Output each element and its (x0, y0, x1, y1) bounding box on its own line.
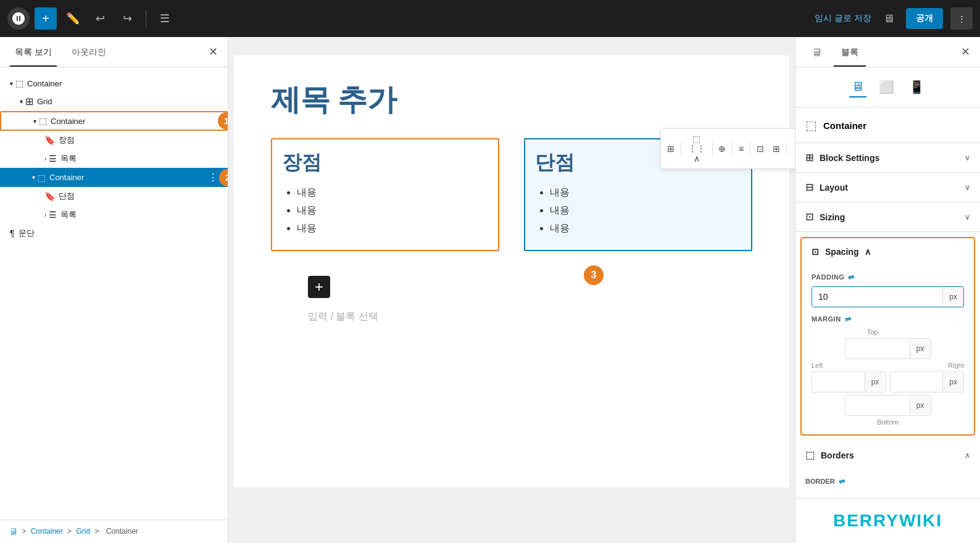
panel-spacing: ⊡ Spacing ∧ PADDING ⇌ px MARGIN ⇌ (800, 237, 975, 436)
more-options-button[interactable]: ⋮ (950, 7, 973, 30)
grid-icon: ⊞ (25, 96, 33, 107)
breadcrumb-link-container[interactable]: Container (31, 527, 63, 536)
add-block-toolbar-button[interactable]: + (35, 7, 57, 30)
tree-item-container-1[interactable]: ▾ ⬚ Container 1 (0, 111, 228, 131)
chevron-up-icon: ∧ (865, 247, 871, 257)
margin-right-label: Right (948, 362, 964, 369)
list-icon: ☰ (49, 154, 57, 164)
block-name-label: Container (823, 120, 866, 131)
tab-outline[interactable]: 아웃라인 (67, 37, 111, 67)
margin-top-input-group: px (845, 338, 931, 359)
left-sidebar: 목록 보기 아웃라인 ✕ ▾ ⬚ Container ▾ ⊞ Grid ▾ ⬚ … (0, 37, 228, 543)
block-outer-btn[interactable]: ⊡ (753, 141, 768, 156)
block-select-btn[interactable]: ⬚ ⋮⋮ ∧ (684, 131, 710, 166)
margin-left-unit: px (865, 373, 886, 391)
block-align-btn[interactable]: ≡ (735, 141, 747, 156)
tree-item-label: 목록 (60, 209, 218, 220)
page-title[interactable]: 제목 추가 (271, 80, 752, 120)
tab-list-view[interactable]: 목록 보기 (10, 37, 57, 67)
block-grid-icon-btn[interactable]: ⊞ (663, 141, 678, 156)
border-link-icon[interactable]: ⇌ (839, 477, 845, 486)
margin-bottom-input[interactable] (845, 396, 910, 415)
pros-list: 내용 내용 내용 (282, 186, 488, 235)
text-input-area[interactable]: 입력 / 블록 선택 (271, 298, 752, 336)
chevron-icon[interactable]: ▾ (32, 174, 35, 181)
tree-item-label: Container (27, 79, 218, 88)
bookmark-icon: 🔖 (44, 191, 55, 201)
list-item: 내용 (550, 222, 741, 235)
container-icon: ⬚ (39, 116, 47, 126)
chevron-icon[interactable]: ▾ (10, 80, 13, 87)
pencil-button[interactable]: ✏️ (62, 7, 84, 30)
tree-item-container-root[interactable]: ▾ ⬚ Container (0, 75, 228, 92)
block-inner-btn[interactable]: ⊞ (769, 141, 784, 156)
panel-spacing-label: Spacing (825, 247, 858, 257)
panel-layout-header[interactable]: ⊟ Layout ∨ (795, 173, 980, 202)
block-drag-btn[interactable]: ⊕ (715, 141, 729, 156)
wp-logo[interactable] (7, 7, 30, 30)
tree-item-jangjeom[interactable]: 🔖 장점 (0, 131, 228, 149)
margin-bottom-unit: px (910, 396, 931, 415)
badge-3: 3 (584, 265, 604, 285)
block-more-btn[interactable]: ⋮ (789, 141, 795, 156)
padding-input[interactable] (812, 287, 942, 307)
canvas-inner: 제목 추가 장점 내용 내용 내용 단점 (234, 56, 789, 487)
chevron-icon[interactable]: ▾ (20, 98, 23, 105)
chevron-icon[interactable]: ▾ (33, 118, 36, 125)
chevron-down-icon: ∨ (965, 154, 970, 162)
tab-block[interactable]: 블록 (834, 37, 866, 67)
desktop-icon[interactable]: 🖥 (849, 77, 866, 97)
container-icon: ⬚ (38, 173, 46, 183)
margin-top-label: Top (867, 328, 878, 336)
panel-sizing-header[interactable]: ⊡ Sizing ∨ (795, 202, 980, 231)
panel-borders-header[interactable]: ⬚ Borders ∧ (795, 441, 980, 470)
mobile-icon[interactable]: 📱 (907, 77, 927, 97)
redo-button[interactable]: ↪ (116, 7, 138, 30)
tablet-icon[interactable]: ⬜ (876, 77, 897, 97)
list-view-button[interactable]: ☰ (154, 7, 176, 30)
add-block-canvas-button[interactable]: + (308, 276, 330, 298)
top-toolbar: + ✏️ ↩ ↪ ☰ 임시 글로 저장 🖥 공개 ⋮ (0, 0, 980, 37)
tree-item-grid[interactable]: ▾ ⊞ Grid (0, 92, 228, 111)
publish-button[interactable]: 공개 (906, 8, 943, 29)
more-dots-icon[interactable]: ⋮ (208, 172, 218, 183)
breadcrumb-link-gl[interactable]: 글 (10, 527, 17, 536)
tree-item-container-2[interactable]: ▾ ⬚ Container ⋮ 2 (0, 168, 228, 187)
tree-item-label: Container (49, 173, 208, 182)
berrywiki-logo: BERRYWIKI (795, 499, 980, 543)
panel-block-settings-header[interactable]: ⊞ Block Settings ∨ (795, 143, 980, 172)
chevron-icon[interactable]: › (44, 155, 46, 162)
tree-item-list-1[interactable]: › ☰ 목록 (0, 149, 228, 168)
list-item: 내용 (297, 222, 488, 235)
panel-spacing-header[interactable]: ⊡ Spacing ∧ (802, 238, 974, 265)
margin-left-input[interactable] (812, 372, 865, 392)
save-draft-button[interactable]: 임시 글로 저장 (815, 13, 871, 24)
right-sidebar-close-button[interactable]: ✕ (961, 37, 970, 67)
margin-right-input[interactable] (891, 372, 943, 392)
margin-left-label: Left (812, 362, 823, 369)
content-wrapper: 제목 추가 장점 내용 내용 내용 단점 (234, 56, 789, 360)
device-icons: 🖥 ⬜ 📱 (795, 67, 980, 108)
bookmark-icon: 🔖 (44, 135, 55, 145)
panel-borders: ⬚ Borders ∧ BORDER ⇌ (795, 441, 980, 499)
breadcrumb-separator: > (67, 527, 73, 536)
block-settings-icon: ⊞ (805, 152, 813, 164)
margin-link-icon[interactable]: ⇌ (845, 315, 852, 323)
chevron-down-icon: ∨ (965, 183, 970, 192)
tree-item-paragraph[interactable]: ¶ 문단 (0, 224, 228, 242)
tab-post[interactable]: 글 (805, 37, 829, 67)
padding-link-icon[interactable]: ⇌ (848, 273, 855, 281)
margin-right-input-group: px (890, 371, 965, 392)
breadcrumb-link-grid[interactable]: Grid (76, 527, 90, 536)
chevron-icon[interactable]: › (44, 212, 46, 218)
margin-top-input[interactable] (845, 339, 910, 359)
sidebar-close-button[interactable]: ✕ (209, 37, 218, 67)
container-icon: ⬚ (15, 78, 23, 88)
monitor-icon[interactable]: 🖥 (879, 9, 899, 28)
breadcrumb: 글 > Container > Grid > Container (0, 520, 228, 543)
tree-item-list-2[interactable]: › ☰ 목록 (0, 205, 228, 224)
undo-button[interactable]: ↩ (89, 7, 111, 30)
panel-layout: ⊟ Layout ∨ (795, 173, 980, 202)
tree-item-label: Grid (37, 97, 218, 106)
tree-item-danjeom[interactable]: 🔖 단점 (0, 187, 228, 205)
